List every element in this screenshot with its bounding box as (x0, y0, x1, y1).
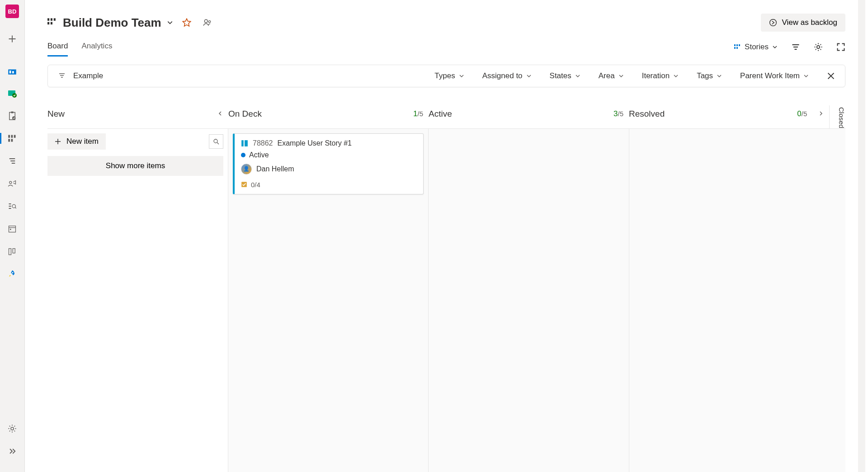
kanban-board: New On Deck 1/5 Active 3/5 Resolved 0/ (25, 87, 868, 472)
backlog-level-dropdown[interactable]: Stories (734, 42, 778, 52)
chevron-left-icon (217, 111, 223, 116)
column-header-resolved: Resolved 0/5 (629, 109, 829, 124)
chevron-down-icon[interactable] (167, 19, 173, 26)
nav-expand[interactable] (5, 444, 19, 458)
svg-point-13 (9, 181, 12, 184)
column-header-on-deck: On Deck 1/5 (228, 109, 429, 124)
filter-assigned-to[interactable]: Assigned to (482, 71, 532, 80)
star-icon[interactable] (182, 18, 191, 27)
nav-boards-page[interactable] (5, 131, 19, 146)
nav-settings[interactable] (5, 421, 19, 436)
filter-icon[interactable] (791, 42, 800, 52)
nav-backlogs[interactable] (5, 154, 19, 168)
project-avatar[interactable]: BD (5, 5, 19, 18)
column-resolved[interactable] (629, 129, 829, 472)
svg-rect-22 (47, 22, 49, 25)
filter-iteration[interactable]: Iteration (642, 71, 679, 80)
svg-point-28 (770, 19, 777, 26)
svg-point-35 (214, 139, 217, 143)
svg-rect-30 (734, 47, 736, 49)
svg-rect-12 (14, 135, 16, 138)
view-as-backlog-button[interactable]: View as backlog (761, 14, 845, 32)
chevron-right-icon (818, 111, 824, 116)
nav-artifacts[interactable] (5, 267, 19, 281)
add-item-button[interactable] (5, 32, 19, 46)
nav-plans[interactable] (5, 222, 19, 236)
svg-rect-32 (736, 47, 738, 49)
filter-area[interactable]: Area (599, 71, 624, 80)
board-columns-icon (8, 134, 17, 143)
svg-point-26 (204, 19, 208, 23)
column-active[interactable] (429, 129, 629, 472)
backlog-level-label: Stories (745, 42, 769, 52)
chevron-down-icon (459, 73, 464, 79)
user-story-icon (241, 140, 248, 147)
filter-types[interactable]: Types (434, 71, 464, 80)
columns-icon (8, 247, 17, 256)
scroll-columns-right[interactable] (818, 109, 824, 118)
nav-queries[interactable] (5, 199, 19, 213)
svg-rect-17 (9, 249, 11, 255)
plus-icon (8, 34, 17, 43)
filter-states[interactable]: States (550, 71, 580, 80)
svg-rect-8 (8, 135, 10, 138)
work-item-assignee: Dan Hellem (256, 165, 294, 173)
work-item-title[interactable]: Example User Story #1 (278, 139, 352, 147)
tab-board[interactable]: Board (47, 42, 68, 57)
filter-keyword[interactable]: Example (73, 71, 103, 80)
nav-sprints[interactable] (5, 176, 19, 191)
people-icon[interactable] (203, 18, 212, 27)
filter-funnel-icon[interactable] (58, 72, 66, 80)
arrow-right-circle-icon (769, 19, 777, 27)
svg-rect-33 (739, 44, 740, 46)
gear-icon (8, 424, 17, 433)
search-items-button[interactable] (209, 134, 223, 149)
team-name-title[interactable]: Build Demo Team (63, 16, 161, 30)
view-as-backlog-label: View as backlog (782, 18, 837, 27)
chevron-down-icon (575, 73, 580, 79)
svg-rect-23 (51, 18, 52, 21)
page-header: Build Demo Team View as backlog Board An… (25, 0, 868, 57)
work-item-card[interactable]: 78862 Example User Story #1 Active 👤 Dan… (233, 133, 424, 194)
chevron-down-icon (772, 44, 778, 50)
board-header-icon (47, 18, 57, 28)
svg-point-19 (12, 272, 14, 274)
column-new[interactable]: New item Show more items (47, 129, 228, 472)
vertical-scrollbar[interactable] (858, 0, 865, 472)
nav-boards[interactable] (5, 86, 19, 100)
filter-parent-work-item[interactable]: Parent Work Item (740, 71, 809, 80)
chevron-down-icon (803, 73, 809, 79)
column-header-closed-collapsed[interactable]: Closed (829, 105, 845, 128)
settings-gear-icon[interactable] (814, 42, 823, 52)
column-header-new: New (47, 109, 228, 124)
filter-tags[interactable]: Tags (697, 71, 722, 80)
task-check-icon (8, 89, 17, 98)
show-more-items-button[interactable]: Show more items (47, 156, 223, 176)
filter-bar: Example Types Assigned to States Area It… (47, 65, 845, 87)
nav-test-plans[interactable] (5, 244, 19, 259)
column-closed-collapsed-body[interactable] (829, 129, 845, 472)
close-icon[interactable] (827, 72, 835, 80)
fullscreen-icon[interactable] (836, 42, 845, 52)
chevron-down-icon (618, 73, 624, 79)
new-item-button[interactable]: New item (47, 133, 106, 150)
nav-overview[interactable] (5, 63, 19, 78)
svg-rect-16 (10, 229, 11, 230)
chevron-double-right-icon (8, 447, 17, 456)
query-icon (8, 202, 17, 211)
plus-icon (55, 138, 61, 145)
left-nav-sidebar: BD (0, 0, 25, 472)
chevron-down-icon (673, 73, 679, 79)
column-on-deck[interactable]: 78862 Example User Story #1 Active 👤 Dan… (228, 129, 429, 472)
rocket-icon (8, 269, 17, 278)
chevron-down-icon (526, 73, 532, 79)
tab-analytics[interactable]: Analytics (81, 42, 112, 57)
collapse-column-button[interactable] (217, 110, 223, 118)
work-item-id: 78862 (253, 139, 273, 147)
svg-rect-9 (8, 139, 10, 142)
chevron-down-icon (717, 73, 722, 79)
svg-rect-36 (241, 140, 244, 146)
nav-work-items[interactable] (5, 109, 19, 123)
svg-rect-21 (47, 18, 49, 21)
svg-rect-18 (13, 249, 15, 253)
